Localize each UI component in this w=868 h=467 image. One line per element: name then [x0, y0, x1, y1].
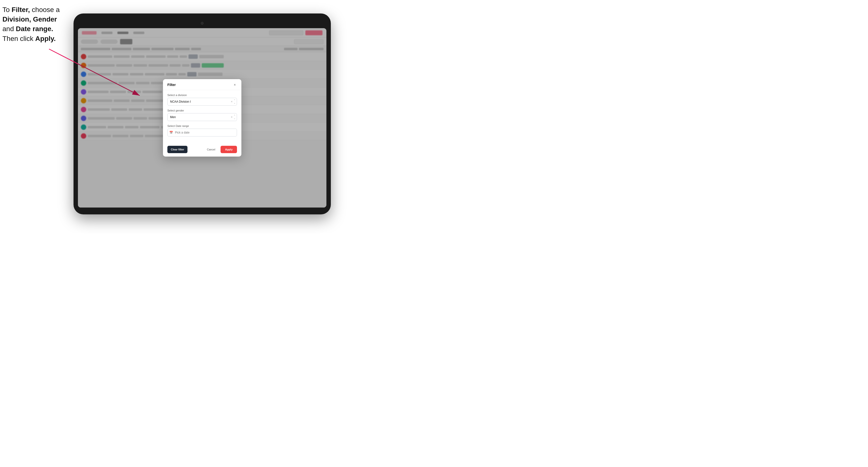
calendar-icon: 📅: [169, 131, 173, 134]
instruction-division-gender-bold: Division, Gender: [2, 15, 57, 23]
division-select[interactable]: NCAA Division I: [167, 98, 237, 105]
date-range-label: Select Date range: [167, 124, 237, 127]
division-select-wrapper: NCAA Division I × ⌃⌄: [167, 98, 237, 105]
modal-title: Filter: [167, 83, 176, 87]
chevron-down-icon: ⌃⌄: [234, 99, 236, 104]
select-icons: × ⌃⌄: [231, 99, 236, 104]
modal-header: Filter ×: [163, 79, 241, 90]
cancel-button[interactable]: Cancel: [204, 146, 219, 153]
filter-modal: Filter × Select a division NCAA Division…: [163, 79, 241, 157]
instruction-apply-bold: Apply.: [35, 35, 56, 42]
apply-button[interactable]: Apply: [221, 146, 237, 153]
footer-actions: Cancel Apply: [204, 146, 237, 153]
tablet-top-bar: [78, 20, 327, 26]
gender-select-wrapper: Men × ⌃⌄: [167, 113, 237, 121]
division-label: Select a division: [167, 94, 237, 97]
division-clear-icon[interactable]: ×: [231, 100, 232, 103]
date-range-form-group: Select Date range 📅: [167, 124, 237, 136]
clear-filter-button[interactable]: Clear filter: [167, 146, 187, 153]
date-range-input[interactable]: [167, 129, 237, 136]
instruction-filter-bold: Filter,: [11, 6, 30, 13]
chevron-down-icon: ⌃⌄: [234, 115, 236, 120]
gender-select[interactable]: Men: [167, 113, 237, 121]
modal-footer: Clear filter Cancel Apply: [163, 143, 241, 157]
modal-body: Select a division NCAA Division I × ⌃⌄: [163, 90, 241, 143]
close-icon[interactable]: ×: [232, 83, 237, 87]
tablet-frame: Filter × Select a division NCAA Division…: [73, 13, 331, 214]
instruction-date-bold: Date range.: [16, 25, 54, 33]
tablet-screen: Filter × Select a division NCAA Division…: [78, 28, 327, 208]
select-icons: × ⌃⌄: [231, 115, 236, 120]
tablet-camera: [201, 22, 204, 25]
gender-label: Select gender: [167, 109, 237, 112]
modal-overlay: Filter × Select a division NCAA Division…: [78, 28, 327, 208]
gender-clear-icon[interactable]: ×: [231, 116, 232, 119]
date-input-wrapper: 📅: [167, 129, 237, 136]
instruction-text: To Filter, choose a Division, Gender and…: [2, 5, 73, 43]
gender-form-group: Select gender Men × ⌃⌄: [167, 109, 237, 121]
division-form-group: Select a division NCAA Division I × ⌃⌄: [167, 94, 237, 105]
